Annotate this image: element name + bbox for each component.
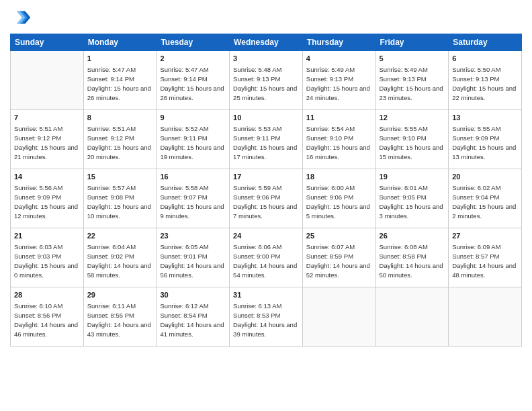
day-info: Sunrise: 6:02 AMSunset: 9:04 PMDaylight:… <box>452 183 518 220</box>
day-info: Sunrise: 5:51 AMSunset: 9:12 PMDaylight:… <box>87 124 153 161</box>
calendar-cell: 14Sunrise: 5:56 AMSunset: 9:09 PMDayligh… <box>11 169 84 228</box>
weekday-header-wednesday: Wednesday <box>230 34 303 51</box>
day-number: 11 <box>306 113 372 123</box>
calendar-cell: 3Sunrise: 5:48 AMSunset: 9:13 PMDaylight… <box>230 51 303 110</box>
week-row-3: 14Sunrise: 5:56 AMSunset: 9:09 PMDayligh… <box>11 169 522 228</box>
header <box>10 7 522 28</box>
calendar-cell: 11Sunrise: 5:54 AMSunset: 9:10 PMDayligh… <box>302 110 375 169</box>
calendar-cell: 9Sunrise: 5:52 AMSunset: 9:11 PMDaylight… <box>157 110 230 169</box>
day-info: Sunrise: 6:10 AMSunset: 8:56 PMDaylight:… <box>14 302 80 338</box>
calendar-cell: 5Sunrise: 5:49 AMSunset: 9:13 PMDaylight… <box>375 51 449 110</box>
day-number: 27 <box>452 231 518 241</box>
calendar-cell: 26Sunrise: 6:08 AMSunset: 8:58 PMDayligh… <box>375 228 449 287</box>
calendar-cell: 20Sunrise: 6:02 AMSunset: 9:04 PMDayligh… <box>449 169 522 228</box>
day-number: 18 <box>306 172 372 182</box>
calendar-cell: 24Sunrise: 6:06 AMSunset: 9:00 PMDayligh… <box>230 228 303 287</box>
day-number: 8 <box>87 113 153 123</box>
day-info: Sunrise: 5:52 AMSunset: 9:11 PMDaylight:… <box>160 124 226 161</box>
calendar-cell: 8Sunrise: 5:51 AMSunset: 9:12 PMDaylight… <box>83 110 157 169</box>
calendar-cell: 16Sunrise: 5:58 AMSunset: 9:07 PMDayligh… <box>157 169 230 228</box>
day-number: 31 <box>233 290 299 300</box>
day-info: Sunrise: 5:47 AMSunset: 9:14 PMDaylight:… <box>87 65 153 102</box>
calendar-cell: 28Sunrise: 6:10 AMSunset: 8:56 PMDayligh… <box>11 287 84 347</box>
day-number: 2 <box>160 54 226 64</box>
day-info: Sunrise: 6:13 AMSunset: 8:53 PMDaylight:… <box>233 302 299 338</box>
weekday-header-tuesday: Tuesday <box>157 34 230 51</box>
calendar-cell: 23Sunrise: 6:05 AMSunset: 9:01 PMDayligh… <box>157 228 230 287</box>
week-row-4: 21Sunrise: 6:03 AMSunset: 9:03 PMDayligh… <box>11 228 522 287</box>
day-number: 5 <box>380 54 445 64</box>
calendar-cell: 12Sunrise: 5:55 AMSunset: 9:10 PMDayligh… <box>375 110 449 169</box>
calendar-cell: 18Sunrise: 6:00 AMSunset: 9:06 PMDayligh… <box>302 169 375 228</box>
day-number: 25 <box>306 231 372 241</box>
day-number: 1 <box>87 54 153 64</box>
weekday-header-friday: Friday <box>375 34 449 51</box>
calendar-cell: 17Sunrise: 5:59 AMSunset: 9:06 PMDayligh… <box>230 169 303 228</box>
day-number: 4 <box>306 54 372 64</box>
day-info: Sunrise: 6:11 AMSunset: 8:55 PMDaylight:… <box>87 302 153 338</box>
day-info: Sunrise: 5:55 AMSunset: 9:09 PMDaylight:… <box>452 124 518 161</box>
day-number: 22 <box>87 231 153 241</box>
logo <box>10 7 34 28</box>
day-number: 16 <box>160 172 226 182</box>
calendar-cell: 7Sunrise: 5:51 AMSunset: 9:12 PMDaylight… <box>11 110 84 169</box>
week-row-1: 1Sunrise: 5:47 AMSunset: 9:14 PMDaylight… <box>11 51 522 110</box>
calendar-cell: 4Sunrise: 5:49 AMSunset: 9:13 PMDaylight… <box>302 51 375 110</box>
day-number: 15 <box>87 172 153 182</box>
day-info: Sunrise: 5:49 AMSunset: 9:13 PMDaylight:… <box>306 65 372 102</box>
day-info: Sunrise: 5:59 AMSunset: 9:06 PMDaylight:… <box>233 183 299 220</box>
day-number: 9 <box>160 113 226 123</box>
calendar-cell: 15Sunrise: 5:57 AMSunset: 9:08 PMDayligh… <box>83 169 157 228</box>
day-info: Sunrise: 6:03 AMSunset: 9:03 PMDaylight:… <box>14 242 80 279</box>
day-number: 7 <box>14 113 80 123</box>
weekday-header-row: SundayMondayTuesdayWednesdayThursdayFrid… <box>11 34 522 51</box>
day-number: 19 <box>380 172 445 182</box>
day-info: Sunrise: 6:04 AMSunset: 9:02 PMDaylight:… <box>87 242 153 279</box>
calendar-cell: 13Sunrise: 5:55 AMSunset: 9:09 PMDayligh… <box>449 110 522 169</box>
day-number: 29 <box>87 290 153 300</box>
weekday-header-monday: Monday <box>83 34 157 51</box>
weekday-header-saturday: Saturday <box>449 34 522 51</box>
day-info: Sunrise: 6:06 AMSunset: 9:00 PMDaylight:… <box>233 242 299 279</box>
day-number: 20 <box>452 172 518 182</box>
calendar-cell <box>449 287 522 347</box>
calendar-cell: 21Sunrise: 6:03 AMSunset: 9:03 PMDayligh… <box>11 228 84 287</box>
day-info: Sunrise: 6:00 AMSunset: 9:06 PMDaylight:… <box>306 183 372 220</box>
day-number: 6 <box>452 54 518 64</box>
calendar-cell: 2Sunrise: 5:47 AMSunset: 9:14 PMDaylight… <box>157 51 230 110</box>
day-info: Sunrise: 6:12 AMSunset: 8:54 PMDaylight:… <box>160 302 226 338</box>
calendar-cell: 10Sunrise: 5:53 AMSunset: 9:11 PMDayligh… <box>230 110 303 169</box>
page: SundayMondayTuesdayWednesdayThursdayFrid… <box>0 0 532 411</box>
day-number: 14 <box>14 172 80 182</box>
day-number: 17 <box>233 172 299 182</box>
calendar-cell: 30Sunrise: 6:12 AMSunset: 8:54 PMDayligh… <box>157 287 230 347</box>
calendar-cell: 27Sunrise: 6:09 AMSunset: 8:57 PMDayligh… <box>449 228 522 287</box>
day-number: 3 <box>233 54 299 64</box>
day-info: Sunrise: 5:54 AMSunset: 9:10 PMDaylight:… <box>306 124 372 161</box>
calendar-cell: 25Sunrise: 6:07 AMSunset: 8:59 PMDayligh… <box>302 228 375 287</box>
day-info: Sunrise: 6:07 AMSunset: 8:59 PMDaylight:… <box>306 242 372 279</box>
day-info: Sunrise: 6:05 AMSunset: 9:01 PMDaylight:… <box>160 242 226 279</box>
day-number: 10 <box>233 113 299 123</box>
calendar-cell: 1Sunrise: 5:47 AMSunset: 9:14 PMDaylight… <box>83 51 157 110</box>
day-info: Sunrise: 6:01 AMSunset: 9:05 PMDaylight:… <box>380 183 445 220</box>
day-info: Sunrise: 6:08 AMSunset: 8:58 PMDaylight:… <box>380 242 445 279</box>
day-number: 30 <box>160 290 226 300</box>
day-number: 12 <box>380 113 445 123</box>
day-info: Sunrise: 5:58 AMSunset: 9:07 PMDaylight:… <box>160 183 226 220</box>
calendar-cell: 6Sunrise: 5:50 AMSunset: 9:13 PMDaylight… <box>449 51 522 110</box>
calendar-cell <box>11 51 84 110</box>
calendar-cell: 22Sunrise: 6:04 AMSunset: 9:02 PMDayligh… <box>83 228 157 287</box>
day-number: 13 <box>452 113 518 123</box>
day-info: Sunrise: 5:56 AMSunset: 9:09 PMDaylight:… <box>14 183 80 220</box>
day-info: Sunrise: 5:57 AMSunset: 9:08 PMDaylight:… <box>87 183 153 220</box>
weekday-header-sunday: Sunday <box>11 34 84 51</box>
day-number: 28 <box>14 290 80 300</box>
day-info: Sunrise: 5:50 AMSunset: 9:13 PMDaylight:… <box>452 65 518 102</box>
calendar-cell: 29Sunrise: 6:11 AMSunset: 8:55 PMDayligh… <box>83 287 157 347</box>
day-info: Sunrise: 5:47 AMSunset: 9:14 PMDaylight:… <box>160 65 226 102</box>
day-info: Sunrise: 6:09 AMSunset: 8:57 PMDaylight:… <box>452 242 518 279</box>
week-row-5: 28Sunrise: 6:10 AMSunset: 8:56 PMDayligh… <box>11 287 522 347</box>
logo-icon <box>10 7 32 28</box>
day-info: Sunrise: 5:55 AMSunset: 9:10 PMDaylight:… <box>380 124 445 161</box>
